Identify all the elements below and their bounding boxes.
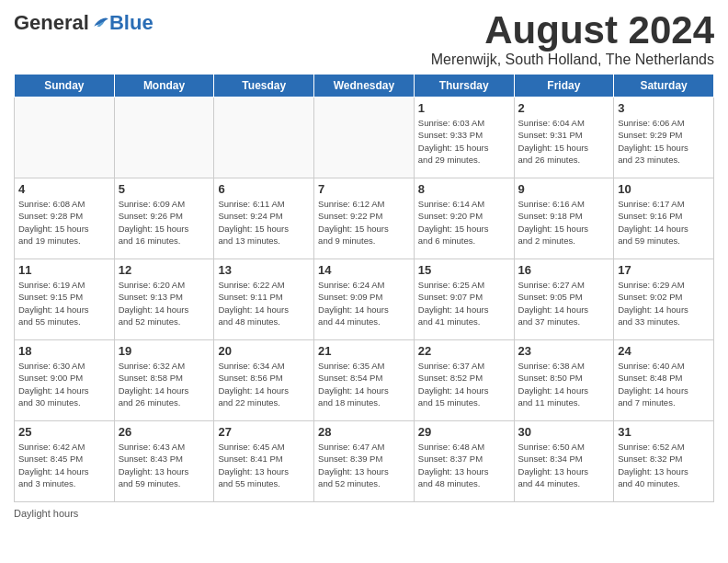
calendar-cell: 3Sunrise: 6:06 AM Sunset: 9:29 PM Daylig… [614,98,714,178]
location-title: Merenwijk, South Holland, The Netherland… [172,52,714,68]
calendar-cell [114,98,214,178]
day-number: 24 [618,344,710,358]
calendar-cell [214,98,314,178]
calendar-cell: 9Sunrise: 6:16 AM Sunset: 9:18 PM Daylig… [514,178,614,259]
day-number: 16 [518,263,610,277]
calendar-cell: 25Sunrise: 6:42 AM Sunset: 8:45 PM Dayli… [15,421,115,502]
calendar-cell: 6Sunrise: 6:11 AM Sunset: 9:24 PM Daylig… [214,178,314,259]
day-info: Sunrise: 6:30 AM Sunset: 9:00 PM Dayligh… [18,360,110,408]
day-number: 19 [119,344,210,358]
day-number: 21 [318,344,410,358]
day-info: Sunrise: 6:37 AM Sunset: 8:52 PM Dayligh… [418,360,510,408]
day-info: Sunrise: 6:48 AM Sunset: 8:37 PM Dayligh… [418,441,510,489]
day-info: Sunrise: 6:50 AM Sunset: 8:34 PM Dayligh… [518,441,610,489]
day-info: Sunrise: 6:12 AM Sunset: 9:22 PM Dayligh… [318,198,410,247]
calendar-cell [15,98,115,178]
calendar-cell: 7Sunrise: 6:12 AM Sunset: 9:22 PM Daylig… [314,178,415,259]
calendar-cell: 28Sunrise: 6:47 AM Sunset: 8:39 PM Dayli… [314,421,415,502]
day-number: 22 [418,344,510,358]
day-info: Sunrise: 6:04 AM Sunset: 9:31 PM Dayligh… [518,117,610,166]
day-info: Sunrise: 6:19 AM Sunset: 9:15 PM Dayligh… [18,279,110,327]
day-info: Sunrise: 6:25 AM Sunset: 9:07 PM Dayligh… [418,279,510,327]
calendar-cell: 27Sunrise: 6:45 AM Sunset: 8:41 PM Dayli… [214,421,314,502]
logo: General Blue [14,13,154,33]
logo-general-text: General [14,13,89,33]
day-number: 26 [119,425,210,439]
day-number: 27 [218,425,310,439]
day-info: Sunrise: 6:43 AM Sunset: 8:43 PM Dayligh… [119,441,210,489]
calendar-cell: 20Sunrise: 6:34 AM Sunset: 8:56 PM Dayli… [214,340,314,421]
day-number: 1 [418,101,510,115]
day-of-week-header: Saturday [614,75,714,98]
day-number: 23 [518,344,610,358]
day-info: Sunrise: 6:40 AM Sunset: 8:48 PM Dayligh… [618,360,710,408]
day-number: 31 [618,425,710,439]
day-info: Sunrise: 6:08 AM Sunset: 9:28 PM Dayligh… [18,198,110,247]
calendar-cell: 26Sunrise: 6:43 AM Sunset: 8:43 PM Dayli… [114,421,214,502]
day-number: 30 [518,425,610,439]
day-number: 4 [18,182,110,196]
day-number: 7 [318,182,410,196]
day-of-week-header: Friday [514,75,614,98]
calendar-table: SundayMondayTuesdayWednesdayThursdayFrid… [14,74,714,502]
calendar-cell [314,98,415,178]
logo-bird-icon [91,15,109,31]
calendar-cell: 19Sunrise: 6:32 AM Sunset: 8:58 PM Dayli… [114,340,214,421]
day-info: Sunrise: 6:42 AM Sunset: 8:45 PM Dayligh… [18,441,110,489]
day-number: 3 [618,101,710,115]
day-number: 20 [218,344,310,358]
day-number: 8 [418,182,510,196]
day-info: Sunrise: 6:32 AM Sunset: 8:58 PM Dayligh… [119,360,210,408]
day-number: 2 [518,101,610,115]
calendar-cell: 21Sunrise: 6:35 AM Sunset: 8:54 PM Dayli… [314,340,415,421]
day-info: Sunrise: 6:27 AM Sunset: 9:05 PM Dayligh… [518,279,610,327]
day-of-week-header: Thursday [414,75,514,98]
day-info: Sunrise: 6:22 AM Sunset: 9:11 PM Dayligh… [218,279,310,327]
day-info: Sunrise: 6:24 AM Sunset: 9:09 PM Dayligh… [318,279,410,327]
day-number: 9 [518,182,610,196]
day-number: 18 [18,344,110,358]
calendar-cell: 8Sunrise: 6:14 AM Sunset: 9:20 PM Daylig… [414,178,514,259]
calendar-cell: 12Sunrise: 6:20 AM Sunset: 9:13 PM Dayli… [114,259,214,340]
calendar-cell: 1Sunrise: 6:03 AM Sunset: 9:33 PM Daylig… [414,98,514,178]
day-info: Sunrise: 6:47 AM Sunset: 8:39 PM Dayligh… [318,441,410,489]
logo-blue-text: Blue [109,13,154,33]
day-info: Sunrise: 6:29 AM Sunset: 9:02 PM Dayligh… [618,279,710,327]
calendar-cell: 14Sunrise: 6:24 AM Sunset: 9:09 PM Dayli… [314,259,415,340]
day-number: 17 [618,263,710,277]
day-number: 10 [618,182,710,196]
calendar-cell: 30Sunrise: 6:50 AM Sunset: 8:34 PM Dayli… [514,421,614,502]
footer-note: Daylight hours [14,508,714,519]
day-number: 15 [418,263,510,277]
day-number: 11 [18,263,110,277]
calendar-cell: 18Sunrise: 6:30 AM Sunset: 9:00 PM Dayli… [15,340,115,421]
day-info: Sunrise: 6:09 AM Sunset: 9:26 PM Dayligh… [119,198,210,247]
day-info: Sunrise: 6:20 AM Sunset: 9:13 PM Dayligh… [119,279,210,327]
calendar-cell: 10Sunrise: 6:17 AM Sunset: 9:16 PM Dayli… [614,178,714,259]
day-info: Sunrise: 6:14 AM Sunset: 9:20 PM Dayligh… [418,198,510,247]
calendar-cell: 4Sunrise: 6:08 AM Sunset: 9:28 PM Daylig… [15,178,115,259]
day-info: Sunrise: 6:38 AM Sunset: 8:50 PM Dayligh… [518,360,610,408]
day-info: Sunrise: 6:11 AM Sunset: 9:24 PM Dayligh… [218,198,310,247]
day-of-week-header: Sunday [15,75,115,98]
day-number: 12 [119,263,210,277]
page-header: General Blue August 2024 Merenwijk, Sout… [14,9,714,68]
calendar-cell: 31Sunrise: 6:52 AM Sunset: 8:32 PM Dayli… [614,421,714,502]
calendar-cell: 29Sunrise: 6:48 AM Sunset: 8:37 PM Dayli… [414,421,514,502]
title-block: August 2024 Merenwijk, South Holland, Th… [172,9,714,68]
day-info: Sunrise: 6:52 AM Sunset: 8:32 PM Dayligh… [618,441,710,489]
calendar-cell: 24Sunrise: 6:40 AM Sunset: 8:48 PM Dayli… [614,340,714,421]
day-of-week-header: Monday [114,75,214,98]
calendar-cell: 22Sunrise: 6:37 AM Sunset: 8:52 PM Dayli… [414,340,514,421]
calendar-cell: 15Sunrise: 6:25 AM Sunset: 9:07 PM Dayli… [414,259,514,340]
day-number: 13 [218,263,310,277]
day-number: 14 [318,263,410,277]
day-info: Sunrise: 6:03 AM Sunset: 9:33 PM Dayligh… [418,117,510,166]
day-info: Sunrise: 6:06 AM Sunset: 9:29 PM Dayligh… [618,117,710,166]
day-info: Sunrise: 6:16 AM Sunset: 9:18 PM Dayligh… [518,198,610,247]
day-of-week-header: Tuesday [214,75,314,98]
calendar-cell: 11Sunrise: 6:19 AM Sunset: 9:15 PM Dayli… [15,259,115,340]
day-info: Sunrise: 6:45 AM Sunset: 8:41 PM Dayligh… [218,441,310,489]
calendar-cell: 2Sunrise: 6:04 AM Sunset: 9:31 PM Daylig… [514,98,614,178]
day-info: Sunrise: 6:34 AM Sunset: 8:56 PM Dayligh… [218,360,310,408]
